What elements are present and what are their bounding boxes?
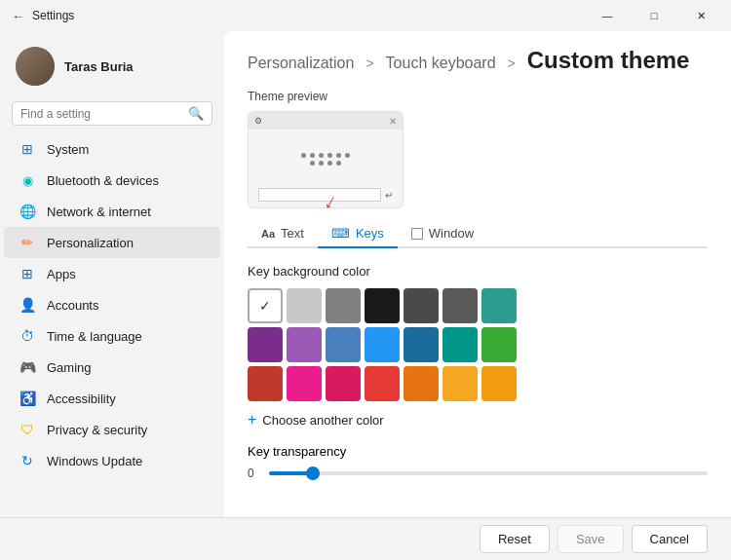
tab-text-label: Text <box>281 226 304 241</box>
preview-dots-row2 <box>310 161 341 166</box>
slider-thumb[interactable] <box>306 467 320 480</box>
bluetooth-icon: ◉ <box>19 172 35 188</box>
save-button[interactable]: Save <box>558 525 624 553</box>
tab-window[interactable]: Window <box>398 220 487 248</box>
dot <box>301 153 306 158</box>
sidebar-item-label: Personalization <box>47 236 134 250</box>
dot <box>336 153 341 158</box>
tab-keys-label: Keys <box>356 226 384 241</box>
dot <box>319 153 324 158</box>
breadcrumb-arrow1: > <box>366 56 373 71</box>
sidebar-item-label: Gaming <box>47 360 92 375</box>
breadcrumb-part2: Touch keyboard <box>386 55 496 72</box>
breadcrumb-row: Personalization > Touch keyboard > Custo… <box>248 47 708 74</box>
plus-icon: + <box>248 411 256 429</box>
color-swatch-white[interactable]: ✓ <box>248 288 283 323</box>
sidebar-item-system[interactable]: ⊞ System <box>4 133 220 165</box>
sidebar-item-label: Bluetooth & devices <box>47 173 159 188</box>
tab-text[interactable]: Aa Text <box>248 220 318 248</box>
sidebar-item-label: Windows Update <box>47 454 142 468</box>
slider-min: 0 <box>248 467 259 480</box>
preview-dots-row1 <box>301 153 350 158</box>
color-row-2 <box>248 327 708 362</box>
search-icon: 🔍 <box>188 106 204 121</box>
color-swatch-blue2[interactable] <box>365 327 400 362</box>
preview-enter-icon: ↵ <box>385 190 393 201</box>
choose-color-row[interactable]: + Choose another color <box>248 411 708 429</box>
color-swatch-green[interactable] <box>481 327 517 362</box>
sidebar-item-label: Apps <box>47 267 76 281</box>
color-swatch-teal2[interactable] <box>442 327 478 362</box>
sidebar-item-accounts[interactable]: 👤 Accounts <box>4 289 220 320</box>
choose-color-label: Choose another color <box>262 413 383 428</box>
network-icon: 🌐 <box>19 204 35 219</box>
color-swatch-red[interactable] <box>365 366 400 401</box>
color-swatch-gray[interactable] <box>326 288 361 323</box>
sidebar-item-privacy[interactable]: 🛡 Privacy & security <box>4 414 220 445</box>
close-button[interactable]: ✕ <box>678 0 723 31</box>
title-bar-title: Settings <box>32 9 74 22</box>
color-swatch-pink[interactable] <box>287 366 322 401</box>
color-swatch-dark-purple[interactable] <box>248 327 283 362</box>
color-swatch-orange[interactable] <box>404 366 439 401</box>
gaming-icon: 🎮 <box>19 359 35 375</box>
sidebar-item-personalization[interactable]: ✏ Personalization <box>4 227 220 258</box>
sidebar-item-apps[interactable]: ⊞ Apps <box>4 258 220 289</box>
sidebar-item-label: Time & language <box>47 329 142 344</box>
windows-update-icon: ↻ <box>19 453 35 468</box>
check-icon: ✓ <box>259 298 271 314</box>
color-swatch-yellow[interactable] <box>481 366 517 401</box>
apps-icon: ⊞ <box>19 266 35 281</box>
sidebar-item-time[interactable]: ⏱ Time & language <box>4 320 220 352</box>
color-swatch-light-gray[interactable] <box>287 288 322 323</box>
tab-window-checkbox <box>411 228 423 240</box>
maximize-button[interactable]: □ <box>632 0 676 31</box>
sidebar-item-label: Privacy & security <box>47 423 147 437</box>
color-swatch-teal[interactable] <box>481 288 517 323</box>
preview-input <box>258 188 381 202</box>
dot <box>336 161 341 166</box>
personalization-icon: ✏ <box>19 235 35 250</box>
color-swatch-blue1[interactable] <box>326 327 361 362</box>
color-swatch-dark-gray2[interactable] <box>442 288 478 323</box>
system-icon: ⊞ <box>19 141 35 157</box>
slider-track[interactable] <box>269 471 708 475</box>
color-swatch-dark-blue[interactable] <box>404 327 439 362</box>
preview-topbar: ⚙ ✕ <box>249 112 403 130</box>
minimize-button[interactable]: — <box>585 0 630 31</box>
sidebar-item-accessibility[interactable]: ♿ Accessibility <box>4 383 220 414</box>
color-swatch-magenta[interactable] <box>326 366 361 401</box>
tab-keys-icon: ⌨ <box>331 226 350 241</box>
avatar <box>16 47 55 86</box>
sidebar-item-bluetooth[interactable]: ◉ Bluetooth & devices <box>4 165 220 196</box>
tabs-row: Aa Text ⌨ Keys Window <box>248 220 708 248</box>
sidebar-item-gaming[interactable]: 🎮 Gaming <box>4 352 220 383</box>
tab-keys[interactable]: ⌨ Keys <box>318 220 398 248</box>
tab-window-label: Window <box>429 226 474 241</box>
cancel-button[interactable]: Cancel <box>632 525 708 553</box>
theme-preview-label: Theme preview <box>248 90 708 103</box>
dot <box>345 153 350 158</box>
preview-gear-icon: ⚙ <box>254 116 264 126</box>
color-swatch-black[interactable] <box>365 288 400 323</box>
sidebar-item-label: Accessibility <box>47 392 116 406</box>
content-area: Personalization > Touch keyboard > Custo… <box>224 31 731 517</box>
search-input[interactable] <box>20 107 182 121</box>
bottom-bar: Reset Save Cancel <box>0 517 731 560</box>
preview-close: ✕ <box>389 116 397 127</box>
search-box[interactable]: 🔍 <box>12 101 212 126</box>
dot <box>327 153 332 158</box>
color-swatch-dark-gray1[interactable] <box>404 288 439 323</box>
color-swatch-dark-red[interactable] <box>248 366 283 401</box>
accounts-icon: 👤 <box>19 297 35 313</box>
color-row-3 <box>248 366 708 401</box>
color-swatch-amber[interactable] <box>442 366 478 401</box>
back-icon[interactable]: ← <box>12 9 24 23</box>
title-bar-controls: — □ ✕ <box>585 0 723 31</box>
color-swatch-purple[interactable] <box>287 327 322 362</box>
sidebar-item-windows-update[interactable]: ↻ Windows Update <box>4 445 220 476</box>
dot <box>319 161 324 166</box>
reset-button[interactable]: Reset <box>480 525 550 553</box>
transparency-label: Key transparency <box>248 444 708 459</box>
sidebar-item-network[interactable]: 🌐 Network & internet <box>4 196 220 227</box>
